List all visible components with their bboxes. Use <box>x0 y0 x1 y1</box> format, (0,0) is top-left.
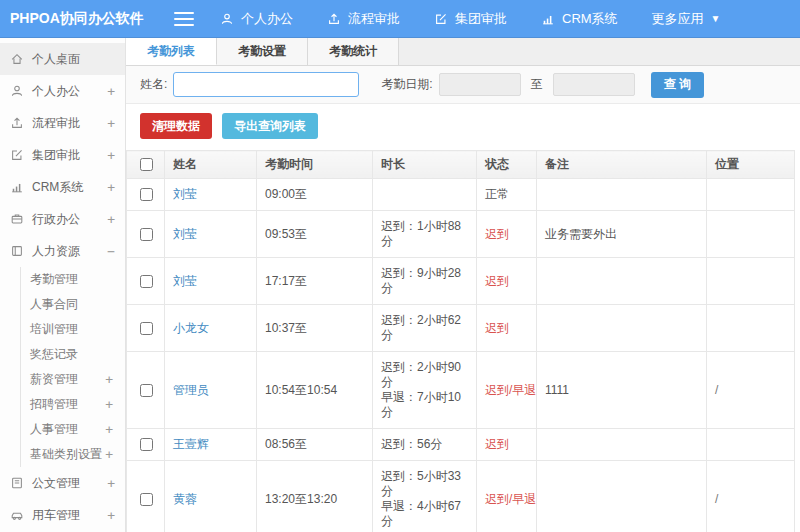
expand-indicator: + <box>107 148 115 163</box>
caret-down-icon: ▼ <box>711 14 721 24</box>
sidebar-item-workflow-approval[interactable]: 流程审批 + <box>0 107 125 139</box>
user-icon <box>220 12 234 26</box>
tab-bar: 考勤列表 考勤设置 考勤统计 <box>126 38 800 66</box>
export-list-button[interactable]: 导出查询列表 <box>222 113 318 139</box>
sidebar-subitem-basic-category-settings[interactable]: 基础类别设置 + <box>21 442 125 467</box>
employee-name-link[interactable]: 刘莹 <box>173 227 197 241</box>
sidebar-subitem-reward-punishment-records[interactable]: 奖惩记录 <box>21 342 125 367</box>
duration-cell: 迟到：56分 <box>373 429 477 461</box>
employee-name-link[interactable]: 管理员 <box>173 383 209 397</box>
row-checkbox[interactable] <box>140 322 153 335</box>
collapse-indicator: − <box>107 244 115 259</box>
nav-crm-system[interactable]: CRM系统 <box>541 10 618 28</box>
nav-workflow-approval[interactable]: 流程审批 <box>327 10 400 28</box>
expand-indicator: + <box>105 372 113 387</box>
employee-name-link[interactable]: 小龙女 <box>173 321 209 335</box>
sidebar-subitem-label: 薪资管理 <box>30 371 78 388</box>
nav-label: 更多应用 <box>652 10 704 28</box>
name-input[interactable] <box>173 72 359 97</box>
sidebar-subitem-personnel-management[interactable]: 人事管理 + <box>21 417 125 442</box>
sidebar-item-admin-office[interactable]: 行政办公 + <box>0 203 125 235</box>
tab-attendance-list[interactable]: 考勤列表 <box>126 38 217 65</box>
flow-icon <box>327 12 341 26</box>
sidebar-subitem-attendance-management[interactable]: 考勤管理 <box>21 267 125 292</box>
col-name: 姓名 <box>165 151 257 179</box>
employee-name-link[interactable]: 刘莹 <box>173 274 197 288</box>
row-checkbox[interactable] <box>140 493 153 506</box>
sidebar-item-vehicle-management[interactable]: 用车管理 + <box>0 499 125 531</box>
note-cell <box>537 179 707 211</box>
col-duration: 时长 <box>373 151 477 179</box>
col-status: 状态 <box>477 151 537 179</box>
attendance-table: 姓名 考勤时间 时长 状态 备注 位置 刘莹 09:00至 正常 <box>126 150 795 532</box>
nav-group-approval[interactable]: 集团审批 <box>434 10 507 28</box>
sidebar-subitem-salary-management[interactable]: 薪资管理 + <box>21 367 125 392</box>
status-cell: 迟到 <box>477 429 537 461</box>
row-checkbox[interactable] <box>140 188 153 201</box>
action-buttons: 清理数据 导出查询列表 <box>126 104 800 150</box>
employee-name-link[interactable]: 王壹辉 <box>173 437 209 451</box>
sidebar-item-crm-system[interactable]: CRM系统 + <box>0 171 125 203</box>
edit-icon <box>10 148 24 162</box>
table-row: 刘莹 09:00至 正常 <box>127 179 795 211</box>
expand-indicator: + <box>107 116 115 131</box>
table-row: 刘莹 17:17至 迟到：9小时28分 迟到 <box>127 258 795 305</box>
sidebar-item-label: CRM系统 <box>32 179 83 196</box>
row-checkbox[interactable] <box>140 438 153 451</box>
nav-personal-office[interactable]: 个人办公 <box>220 10 293 28</box>
row-checkbox[interactable] <box>140 228 153 241</box>
sidebar-item-group-approval[interactable]: 集团审批 + <box>0 139 125 171</box>
location-cell <box>707 211 795 258</box>
location-cell: / <box>707 461 795 532</box>
document-icon <box>10 476 24 490</box>
attendance-time-cell: 10:37至 <box>257 305 373 352</box>
employee-name-link[interactable]: 刘莹 <box>173 187 197 201</box>
status-cell: 迟到 <box>477 258 537 305</box>
table-row: 小龙女 10:37至 迟到：2小时62分 迟到 <box>127 305 795 352</box>
duration-cell: 迟到：9小时28分 <box>373 258 477 305</box>
date-end-input[interactable] <box>553 73 635 96</box>
location-cell <box>707 258 795 305</box>
sidebar-subitem-recruitment-management[interactable]: 招聘管理 + <box>21 392 125 417</box>
sidebar: 个人桌面 个人办公 + 流程审批 + 集团审批 + CRM系统 + 行政办公 + <box>0 38 126 532</box>
sidebar-item-label: 用车管理 <box>32 507 80 524</box>
sidebar-subitem-label: 奖惩记录 <box>30 346 78 363</box>
note-cell: 业务需要外出 <box>537 211 707 258</box>
app-logo[interactable]: PHPOA协同办公软件 <box>0 10 168 28</box>
duration-cell: 迟到：5小时33分早退：4小时67分 <box>373 461 477 532</box>
sidebar-item-document-management[interactable]: 公文管理 + <box>0 467 125 499</box>
location-cell <box>707 179 795 211</box>
sidebar-item-label: 行政办公 <box>32 211 80 228</box>
row-checkbox[interactable] <box>140 275 153 288</box>
attendance-time-cell: 09:53至 <box>257 211 373 258</box>
sidebar-item-label: 人力资源 <box>32 243 80 260</box>
tab-attendance-settings[interactable]: 考勤设置 <box>217 38 308 65</box>
search-button[interactable]: 查 询 <box>651 72 704 98</box>
sidebar-subitem-label: 人事管理 <box>30 421 78 438</box>
date-start-input[interactable] <box>439 73 521 96</box>
chart-icon <box>541 12 555 26</box>
sidebar-subitem-training-management[interactable]: 培训管理 <box>21 317 125 342</box>
sidebar-submenu-hr: 考勤管理 人事合同 培训管理 奖惩记录 薪资管理 + 招聘管理 + <box>20 267 125 467</box>
note-cell <box>537 258 707 305</box>
top-nav: 个人办公 流程审批 集团审批 CRM系统 更多应用 ▼ <box>220 10 721 28</box>
attendance-time-cell: 17:17至 <box>257 258 373 305</box>
row-checkbox[interactable] <box>140 384 153 397</box>
sidebar-item-personal-desktop[interactable]: 个人桌面 <box>0 43 125 75</box>
employee-name-link[interactable]: 黄蓉 <box>173 492 197 506</box>
menu-toggle-icon[interactable] <box>174 12 194 26</box>
briefcase-icon <box>10 212 24 226</box>
location-cell <box>707 429 795 461</box>
sidebar-item-label: 流程审批 <box>32 115 80 132</box>
sidebar-item-human-resources[interactable]: 人力资源 − <box>0 235 125 267</box>
nav-more-apps[interactable]: 更多应用 ▼ <box>652 10 721 28</box>
car-icon <box>10 508 24 522</box>
select-all-checkbox[interactable] <box>140 158 153 171</box>
expand-indicator: + <box>105 447 113 462</box>
tab-attendance-statistics[interactable]: 考勤统计 <box>308 38 399 65</box>
attendance-time-cell: 09:00至 <box>257 179 373 211</box>
book-icon <box>10 244 24 258</box>
clean-data-button[interactable]: 清理数据 <box>140 113 212 139</box>
sidebar-subitem-personnel-contract[interactable]: 人事合同 <box>21 292 125 317</box>
sidebar-item-personal-office[interactable]: 个人办公 + <box>0 75 125 107</box>
